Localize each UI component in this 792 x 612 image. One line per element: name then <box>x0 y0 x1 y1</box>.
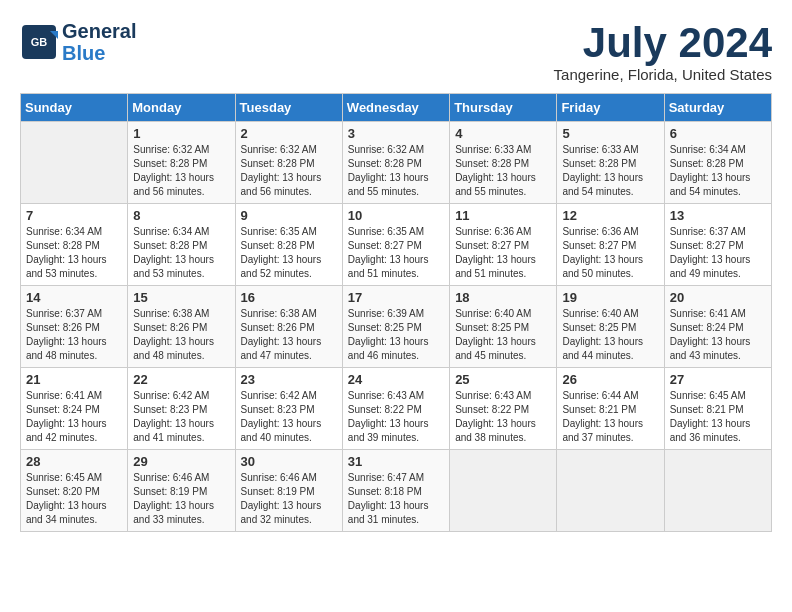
day-number: 9 <box>241 208 337 223</box>
day-info: Sunrise: 6:32 AM Sunset: 8:28 PM Dayligh… <box>241 143 337 199</box>
week-row-2: 7Sunrise: 6:34 AM Sunset: 8:28 PM Daylig… <box>21 204 772 286</box>
svg-text:GB: GB <box>31 36 48 48</box>
day-info: Sunrise: 6:42 AM Sunset: 8:23 PM Dayligh… <box>133 389 229 445</box>
header-row: SundayMondayTuesdayWednesdayThursdayFrid… <box>21 94 772 122</box>
day-info: Sunrise: 6:33 AM Sunset: 8:28 PM Dayligh… <box>455 143 551 199</box>
week-row-4: 21Sunrise: 6:41 AM Sunset: 8:24 PM Dayli… <box>21 368 772 450</box>
day-info: Sunrise: 6:33 AM Sunset: 8:28 PM Dayligh… <box>562 143 658 199</box>
day-info: Sunrise: 6:37 AM Sunset: 8:27 PM Dayligh… <box>670 225 766 281</box>
location: Tangerine, Florida, United States <box>554 66 772 83</box>
day-number: 12 <box>562 208 658 223</box>
day-cell: 16Sunrise: 6:38 AM Sunset: 8:26 PM Dayli… <box>235 286 342 368</box>
day-info: Sunrise: 6:36 AM Sunset: 8:27 PM Dayligh… <box>455 225 551 281</box>
day-info: Sunrise: 6:43 AM Sunset: 8:22 PM Dayligh… <box>455 389 551 445</box>
day-info: Sunrise: 6:41 AM Sunset: 8:24 PM Dayligh… <box>26 389 122 445</box>
day-cell: 14Sunrise: 6:37 AM Sunset: 8:26 PM Dayli… <box>21 286 128 368</box>
day-number: 11 <box>455 208 551 223</box>
day-info: Sunrise: 6:34 AM Sunset: 8:28 PM Dayligh… <box>26 225 122 281</box>
day-info: Sunrise: 6:34 AM Sunset: 8:28 PM Dayligh… <box>670 143 766 199</box>
day-cell: 31Sunrise: 6:47 AM Sunset: 8:18 PM Dayli… <box>342 450 449 532</box>
day-cell: 18Sunrise: 6:40 AM Sunset: 8:25 PM Dayli… <box>450 286 557 368</box>
col-header-saturday: Saturday <box>664 94 771 122</box>
day-number: 16 <box>241 290 337 305</box>
day-cell: 21Sunrise: 6:41 AM Sunset: 8:24 PM Dayli… <box>21 368 128 450</box>
day-info: Sunrise: 6:35 AM Sunset: 8:27 PM Dayligh… <box>348 225 444 281</box>
week-row-3: 14Sunrise: 6:37 AM Sunset: 8:26 PM Dayli… <box>21 286 772 368</box>
day-info: Sunrise: 6:34 AM Sunset: 8:28 PM Dayligh… <box>133 225 229 281</box>
day-number: 8 <box>133 208 229 223</box>
day-number: 13 <box>670 208 766 223</box>
day-number: 2 <box>241 126 337 141</box>
day-number: 7 <box>26 208 122 223</box>
day-number: 20 <box>670 290 766 305</box>
day-cell: 17Sunrise: 6:39 AM Sunset: 8:25 PM Dayli… <box>342 286 449 368</box>
day-number: 19 <box>562 290 658 305</box>
day-cell: 2Sunrise: 6:32 AM Sunset: 8:28 PM Daylig… <box>235 122 342 204</box>
logo-general: General <box>62 20 136 42</box>
day-number: 22 <box>133 372 229 387</box>
day-cell <box>664 450 771 532</box>
day-number: 28 <box>26 454 122 469</box>
day-info: Sunrise: 6:32 AM Sunset: 8:28 PM Dayligh… <box>348 143 444 199</box>
col-header-thursday: Thursday <box>450 94 557 122</box>
logo-blue: Blue <box>62 42 136 64</box>
day-number: 5 <box>562 126 658 141</box>
day-info: Sunrise: 6:40 AM Sunset: 8:25 PM Dayligh… <box>455 307 551 363</box>
day-number: 29 <box>133 454 229 469</box>
day-number: 4 <box>455 126 551 141</box>
day-cell: 6Sunrise: 6:34 AM Sunset: 8:28 PM Daylig… <box>664 122 771 204</box>
day-cell: 27Sunrise: 6:45 AM Sunset: 8:21 PM Dayli… <box>664 368 771 450</box>
day-number: 6 <box>670 126 766 141</box>
day-number: 31 <box>348 454 444 469</box>
calendar-table: SundayMondayTuesdayWednesdayThursdayFrid… <box>20 93 772 532</box>
day-info: Sunrise: 6:40 AM Sunset: 8:25 PM Dayligh… <box>562 307 658 363</box>
day-info: Sunrise: 6:38 AM Sunset: 8:26 PM Dayligh… <box>241 307 337 363</box>
col-header-tuesday: Tuesday <box>235 94 342 122</box>
day-cell: 24Sunrise: 6:43 AM Sunset: 8:22 PM Dayli… <box>342 368 449 450</box>
day-cell: 15Sunrise: 6:38 AM Sunset: 8:26 PM Dayli… <box>128 286 235 368</box>
day-cell: 19Sunrise: 6:40 AM Sunset: 8:25 PM Dayli… <box>557 286 664 368</box>
day-cell: 7Sunrise: 6:34 AM Sunset: 8:28 PM Daylig… <box>21 204 128 286</box>
day-cell: 20Sunrise: 6:41 AM Sunset: 8:24 PM Dayli… <box>664 286 771 368</box>
day-info: Sunrise: 6:32 AM Sunset: 8:28 PM Dayligh… <box>133 143 229 199</box>
day-cell: 29Sunrise: 6:46 AM Sunset: 8:19 PM Dayli… <box>128 450 235 532</box>
logo: GB General Blue <box>20 20 136 64</box>
day-cell: 22Sunrise: 6:42 AM Sunset: 8:23 PM Dayli… <box>128 368 235 450</box>
day-cell <box>21 122 128 204</box>
day-cell: 11Sunrise: 6:36 AM Sunset: 8:27 PM Dayli… <box>450 204 557 286</box>
day-number: 14 <box>26 290 122 305</box>
day-info: Sunrise: 6:45 AM Sunset: 8:21 PM Dayligh… <box>670 389 766 445</box>
day-cell: 3Sunrise: 6:32 AM Sunset: 8:28 PM Daylig… <box>342 122 449 204</box>
day-number: 30 <box>241 454 337 469</box>
day-info: Sunrise: 6:43 AM Sunset: 8:22 PM Dayligh… <box>348 389 444 445</box>
day-info: Sunrise: 6:46 AM Sunset: 8:19 PM Dayligh… <box>241 471 337 527</box>
day-info: Sunrise: 6:46 AM Sunset: 8:19 PM Dayligh… <box>133 471 229 527</box>
day-number: 10 <box>348 208 444 223</box>
day-cell <box>450 450 557 532</box>
logo-icon: GB <box>20 23 58 61</box>
week-row-5: 28Sunrise: 6:45 AM Sunset: 8:20 PM Dayli… <box>21 450 772 532</box>
day-info: Sunrise: 6:36 AM Sunset: 8:27 PM Dayligh… <box>562 225 658 281</box>
day-number: 18 <box>455 290 551 305</box>
day-cell <box>557 450 664 532</box>
day-cell: 5Sunrise: 6:33 AM Sunset: 8:28 PM Daylig… <box>557 122 664 204</box>
day-cell: 12Sunrise: 6:36 AM Sunset: 8:27 PM Dayli… <box>557 204 664 286</box>
day-number: 25 <box>455 372 551 387</box>
day-number: 15 <box>133 290 229 305</box>
day-info: Sunrise: 6:41 AM Sunset: 8:24 PM Dayligh… <box>670 307 766 363</box>
day-info: Sunrise: 6:42 AM Sunset: 8:23 PM Dayligh… <box>241 389 337 445</box>
day-info: Sunrise: 6:44 AM Sunset: 8:21 PM Dayligh… <box>562 389 658 445</box>
day-cell: 8Sunrise: 6:34 AM Sunset: 8:28 PM Daylig… <box>128 204 235 286</box>
day-cell: 4Sunrise: 6:33 AM Sunset: 8:28 PM Daylig… <box>450 122 557 204</box>
day-number: 23 <box>241 372 337 387</box>
day-cell: 1Sunrise: 6:32 AM Sunset: 8:28 PM Daylig… <box>128 122 235 204</box>
day-cell: 10Sunrise: 6:35 AM Sunset: 8:27 PM Dayli… <box>342 204 449 286</box>
week-row-1: 1Sunrise: 6:32 AM Sunset: 8:28 PM Daylig… <box>21 122 772 204</box>
day-cell: 26Sunrise: 6:44 AM Sunset: 8:21 PM Dayli… <box>557 368 664 450</box>
day-cell: 28Sunrise: 6:45 AM Sunset: 8:20 PM Dayli… <box>21 450 128 532</box>
day-info: Sunrise: 6:35 AM Sunset: 8:28 PM Dayligh… <box>241 225 337 281</box>
day-number: 24 <box>348 372 444 387</box>
day-number: 1 <box>133 126 229 141</box>
col-header-wednesday: Wednesday <box>342 94 449 122</box>
day-cell: 25Sunrise: 6:43 AM Sunset: 8:22 PM Dayli… <box>450 368 557 450</box>
